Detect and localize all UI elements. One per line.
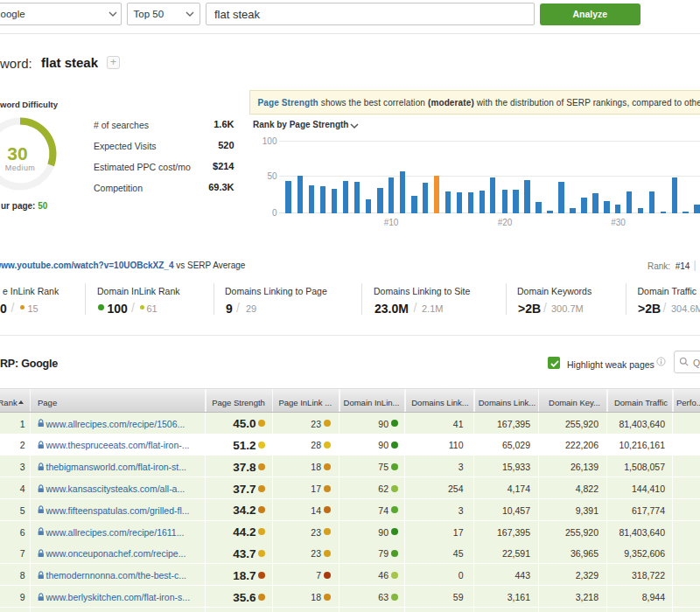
svg-text:0: 0 [272,208,277,218]
svg-text:100: 100 [262,136,277,146]
svg-text:#10: #10 [384,218,399,227]
svg-text:50: 50 [267,171,277,181]
svg-text:#20: #20 [498,218,513,227]
svg-text:#30: #30 [611,218,626,227]
